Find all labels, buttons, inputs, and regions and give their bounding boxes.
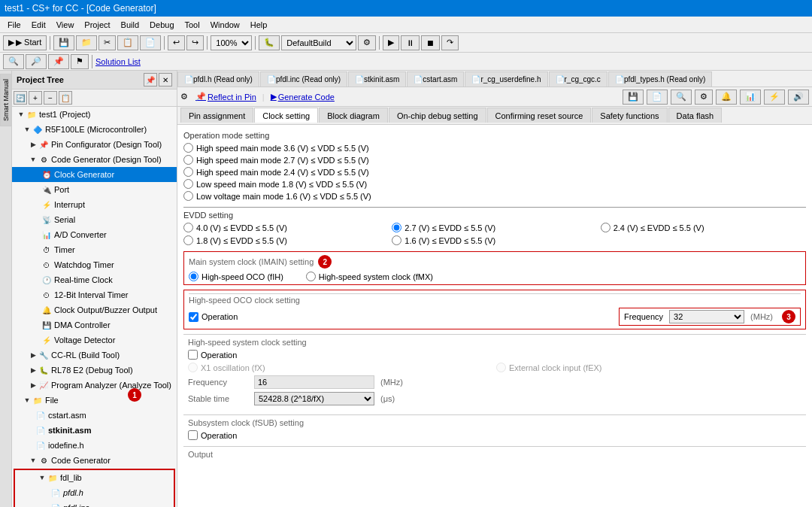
toggle-rl78e2[interactable]: ▶	[29, 366, 38, 375]
tree-item-iodefine[interactable]: 📄 iodefine.h	[12, 438, 177, 453]
toolbar2-btn4[interactable]: ⚑	[71, 54, 89, 69]
run-btn[interactable]: ▶	[383, 35, 399, 50]
action-toolbar-btn5[interactable]: 🔔	[716, 90, 737, 105]
action-toolbar-btn8[interactable]: 🔊	[788, 90, 809, 105]
toggle-prog-analyzer[interactable]: ▶	[29, 381, 38, 390]
action-toolbar-btn4[interactable]: ⚙	[695, 90, 713, 105]
menu-build[interactable]: Build	[117, 19, 144, 31]
sys-clock-ext-radio[interactable]	[496, 363, 506, 372]
oco-operation-checkbox[interactable]	[189, 312, 198, 322]
sub-tab-clock-setting[interactable]: Clock setting	[254, 108, 318, 123]
toolbar2-btn3[interactable]: 📌	[48, 54, 69, 69]
menu-help[interactable]: Help	[246, 19, 272, 31]
action-toolbar-btn2[interactable]: 📄	[647, 90, 668, 105]
sidebar-collapse-btn[interactable]: −	[44, 91, 57, 105]
start-button[interactable]: ▶ ▶ Start	[3, 35, 47, 50]
tree-item-clock-gen[interactable]: ⏰ Clock Generator	[12, 167, 177, 182]
tree-item-adc[interactable]: 📊 A/D Converter	[12, 227, 177, 242]
tree-item-port[interactable]: 🔌 Port	[12, 182, 177, 197]
smart-manual-tab[interactable]: Smart Manual	[0, 74, 12, 126]
tab-pfdl-inc[interactable]: 📄 pfdl.inc (Read only)	[260, 71, 347, 87]
oco-freq-select[interactable]: 32 24 16 8 4 2 1	[669, 310, 744, 323]
tree-item-pfdl-inc[interactable]: 📄 pfdl.inc	[15, 500, 174, 507]
toolbar-btn-4[interactable]: 📋	[117, 35, 138, 50]
build-config-select[interactable]: DefaultBuild	[281, 35, 356, 50]
tree-item-pfdl-h[interactable]: 📄 pfdl.h	[15, 485, 174, 500]
main-clock-radio-1[interactable]	[189, 272, 198, 281]
tree-item-pin-conf[interactable]: ▶ 📌 Pin Configurator (Design Tool)	[12, 137, 177, 152]
toggle-pin-conf[interactable]: ▶	[29, 140, 38, 149]
stop-btn[interactable]: ⏹	[421, 35, 440, 50]
op-mode-radio-4[interactable]	[183, 179, 193, 189]
tab-stkinit[interactable]: 📄 stkinit.asm	[348, 71, 406, 87]
evdd-radio-2[interactable]	[183, 235, 193, 245]
sub-tab-safety-functions[interactable]: Safety functions	[592, 108, 667, 123]
evdd-radio-5[interactable]	[601, 223, 611, 232]
toggle-test1[interactable]: ▼	[17, 110, 26, 119]
menu-tool[interactable]: Tool	[180, 19, 205, 31]
toggle-file[interactable]: ▼	[23, 396, 32, 405]
sub-tab-block-diagram[interactable]: Block diagram	[319, 108, 388, 123]
sys-clock-operation-checkbox[interactable]	[188, 350, 198, 360]
sys-clock-stable-select[interactable]: 52428.8 (2^18/fX)	[254, 392, 374, 405]
toolbar-redo[interactable]: ↪	[186, 35, 204, 50]
menu-file[interactable]: File	[3, 19, 26, 31]
solution-list-link[interactable]: Solution List	[95, 57, 141, 66]
sys-clock-freq-input[interactable]	[254, 375, 374, 389]
menu-window[interactable]: Window	[206, 19, 244, 31]
tree-item-dma[interactable]: 💾 DMA Controller	[12, 317, 177, 332]
menu-debug[interactable]: Debug	[145, 19, 178, 31]
sub-tab-data-flash[interactable]: Data flash	[668, 108, 723, 123]
toggle-fdl-lib[interactable]: ▼	[38, 473, 47, 482]
toolbar-debug-btn[interactable]: 🐛	[259, 35, 280, 50]
tree-item-r5f100le[interactable]: ▼ 🔷 R5F100LE (Microcontroller)	[12, 122, 177, 137]
action-toolbar-btn1[interactable]: 💾	[623, 90, 644, 105]
tree-item-stkinit[interactable]: 📄 stkinit.asm	[12, 423, 177, 438]
toggle-r5f100le[interactable]: ▼	[23, 125, 32, 134]
op-mode-radio-2[interactable]	[183, 155, 193, 165]
toggle-code-gen2[interactable]: ▼	[29, 456, 38, 465]
tree-item-buzzer[interactable]: 🔔 Clock Output/Buzzer Output	[12, 302, 177, 317]
tree-item-rl78e2[interactable]: ▶ 🐛 RL78 E2 (Debug Tool)	[12, 363, 177, 378]
toolbar-undo[interactable]: ↩	[168, 35, 185, 50]
action-toolbar-btn6[interactable]: 📊	[740, 90, 761, 105]
tree-item-serial[interactable]: 📡 Serial	[12, 212, 177, 227]
toggle-code-gen[interactable]: ▼	[29, 155, 38, 164]
tree-item-cstart[interactable]: 📄 cstart.asm	[12, 408, 177, 423]
evdd-radio-4[interactable]	[392, 235, 401, 245]
toolbar2-btn1[interactable]: 🔍	[3, 54, 24, 69]
tree-item-code-gen2[interactable]: ▼ ⚙ Code Generator	[12, 453, 177, 468]
tab-pfdl-h[interactable]: 📄 pfdl.h (Read only)	[177, 71, 259, 87]
sub-tab-onchip-debug[interactable]: On-chip debug setting	[389, 108, 486, 123]
menu-view[interactable]: View	[52, 19, 79, 31]
evdd-radio-1[interactable]	[183, 223, 193, 232]
tree-item-cc-rl[interactable]: ▶ 🔧 CC-RL (Build Tool)	[12, 348, 177, 363]
tree-item-file[interactable]: ▼ 📁 File	[12, 393, 177, 408]
sub-tab-pin-assignment[interactable]: Pin assignment	[180, 108, 253, 123]
reflect-in-pin-button[interactable]: 📌 Reflect in Pin	[192, 90, 259, 103]
toolbar-btn-3[interactable]: ✂	[98, 35, 116, 50]
step-btn[interactable]: ↷	[441, 35, 459, 50]
evdd-radio-3[interactable]	[392, 223, 401, 232]
tree-item-timer[interactable]: ⏱ Timer	[12, 242, 177, 257]
subsystem-clock-op-checkbox[interactable]	[188, 430, 198, 440]
toolbar2-btn2[interactable]: 🔎	[26, 54, 47, 69]
sidebar-close-btn[interactable]: ✕	[159, 73, 172, 87]
tab-r-cg-userdefine[interactable]: 📄 r_cg_userdefine.h	[465, 71, 547, 87]
tree-item-test1[interactable]: ▼ 📁 test1 (Project)	[12, 107, 177, 122]
generate-code-button[interactable]: ▶ Generate Code	[268, 90, 338, 103]
tree-item-prog-analyzer[interactable]: ▶ 📈 Program Analyzer (Analyze Tool)	[12, 378, 177, 393]
action-toolbar-btn7[interactable]: ⚡	[764, 90, 785, 105]
tree-item-rtc[interactable]: 🕐 Real-time Clock	[12, 272, 177, 287]
tree-item-12bit[interactable]: ⏲ 12-Bit Interval Timer	[12, 287, 177, 302]
sub-tab-confirming-reset[interactable]: Confirming reset source	[487, 108, 592, 123]
tab-pfdl-types[interactable]: 📄 pfdl_types.h (Read only)	[608, 71, 712, 87]
sidebar-refresh-btn[interactable]: 🔄	[14, 91, 27, 105]
menu-edit[interactable]: Edit	[27, 19, 50, 31]
main-clock-radio-2[interactable]	[306, 272, 316, 281]
sidebar-properties-btn[interactable]: 📋	[59, 91, 72, 105]
sidebar-expand-btn[interactable]: +	[29, 91, 42, 105]
tree-item-interrupt[interactable]: ⚡ Interrupt	[12, 197, 177, 212]
sidebar-pin-btn[interactable]: 📌	[144, 73, 157, 87]
sys-clock-x1-radio[interactable]	[188, 363, 198, 372]
